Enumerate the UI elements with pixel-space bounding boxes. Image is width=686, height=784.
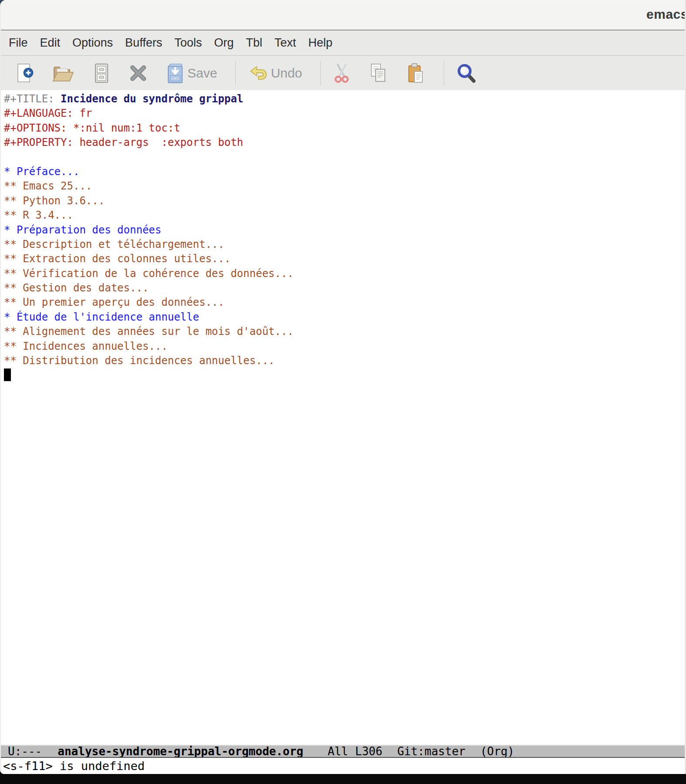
echo-area[interactable]: <s-f11> is undefined: [1, 758, 685, 774]
menu-options[interactable]: Options: [66, 34, 119, 52]
buffer-line[interactable]: ** Gestion des dates...: [4, 281, 685, 295]
toolbar-separator: [444, 61, 444, 85]
paste-icon: [406, 63, 425, 84]
buffer-line[interactable]: ** Description et téléchargement...: [4, 237, 685, 252]
buffer-line[interactable]: ** Python 3.6...: [4, 194, 685, 208]
emacs-window: emacs File Edit Options Buffers Tools Or…: [0, 0, 686, 774]
buffer-line[interactable]: ** Vérification de la cohérence des donn…: [4, 267, 685, 281]
copy-icon: [369, 63, 388, 84]
buffer-line[interactable]: ** Alignement des années sur le mois d'a…: [4, 324, 685, 339]
modeline-line-number: L306: [355, 746, 383, 757]
menu-edit[interactable]: Edit: [34, 34, 67, 52]
menu-org[interactable]: Org: [208, 34, 240, 52]
copy-button[interactable]: [369, 63, 388, 84]
open-folder-icon: [52, 63, 74, 84]
save-button[interactable]: Save: [166, 63, 217, 84]
toolbar: Save Undo: [1, 56, 685, 90]
window-title: emacs: [646, 7, 686, 22]
dired-button[interactable]: [92, 63, 111, 84]
undo-button[interactable]: Undo: [248, 64, 302, 83]
open-file-button[interactable]: [52, 63, 74, 84]
buffer-line[interactable]: ** Distribution des incidences annuelles…: [4, 354, 685, 368]
file-cabinet-icon: [92, 63, 111, 84]
modeline-position: All: [328, 746, 348, 757]
toolbar-separator: [235, 61, 236, 85]
buffer-line[interactable]: [4, 368, 685, 382]
buffer-line[interactable]: #+TITLE: Incidence du syndrôme grippal: [4, 92, 685, 106]
mode-line[interactable]: U:--- analyse-syndrome-grippal-orgmode.o…: [1, 745, 685, 758]
search-button[interactable]: [456, 63, 476, 84]
buffer-line[interactable]: #+LANGUAGE: fr: [4, 106, 685, 121]
cut-icon: [333, 63, 350, 84]
modeline-vc-branch: Git:master: [397, 746, 465, 757]
menu-file[interactable]: File: [3, 34, 34, 52]
modeline-major-mode: (Org): [480, 746, 514, 757]
cut-button[interactable]: [333, 63, 350, 84]
save-icon: [166, 63, 185, 84]
buffer-line[interactable]: #+PROPERTY: header-args :exports both: [4, 135, 685, 150]
search-icon: [456, 63, 476, 84]
menu-help[interactable]: Help: [302, 34, 339, 52]
new-file-button[interactable]: [16, 63, 34, 84]
text-cursor: [4, 368, 11, 381]
paste-button[interactable]: [406, 63, 425, 84]
menu-tools[interactable]: Tools: [168, 34, 208, 52]
buffer-line[interactable]: [4, 150, 685, 165]
buffer-line[interactable]: ** R 3.4...: [4, 208, 685, 223]
save-button-label: Save: [187, 66, 217, 81]
close-icon: [129, 64, 147, 83]
modeline-state: U:---: [8, 746, 42, 757]
undo-icon: [248, 64, 268, 83]
buffer-line[interactable]: ** Emacs 25...: [4, 179, 685, 193]
menu-buffers[interactable]: Buffers: [119, 34, 168, 52]
new-file-icon: [16, 63, 34, 84]
menu-bar: File Edit Options Buffers Tools Org Tbl …: [1, 30, 685, 55]
menu-text[interactable]: Text: [268, 34, 302, 52]
toolbar-separator: [320, 61, 321, 85]
editor-buffer[interactable]: #+TITLE: Incidence du syndrôme grippal#+…: [1, 90, 685, 745]
buffer-line[interactable]: * Préparation des données: [4, 223, 685, 237]
close-buffer-button[interactable]: [129, 64, 147, 83]
window-titlebar[interactable]: emacs: [1, 0, 685, 30]
buffer-line[interactable]: #+OPTIONS: *:nil num:1 toc:t: [4, 121, 685, 135]
buffer-line[interactable]: ** Un premier aperçu des données...: [4, 295, 685, 310]
buffer-line[interactable]: ** Incidences annuelles...: [4, 339, 685, 354]
buffer-line[interactable]: * Préface...: [4, 165, 685, 179]
modeline-buffer-name: analyse-syndrome-grippal-orgmode.org: [58, 746, 303, 757]
echo-message: <s-f11> is undefined: [3, 759, 145, 773]
undo-button-label: Undo: [271, 66, 302, 81]
buffer-line[interactable]: ** Extraction des colonnes utiles...: [4, 252, 685, 266]
menu-tbl[interactable]: Tbl: [240, 34, 268, 52]
buffer-line[interactable]: * Étude de l'incidence annuelle: [4, 310, 685, 324]
